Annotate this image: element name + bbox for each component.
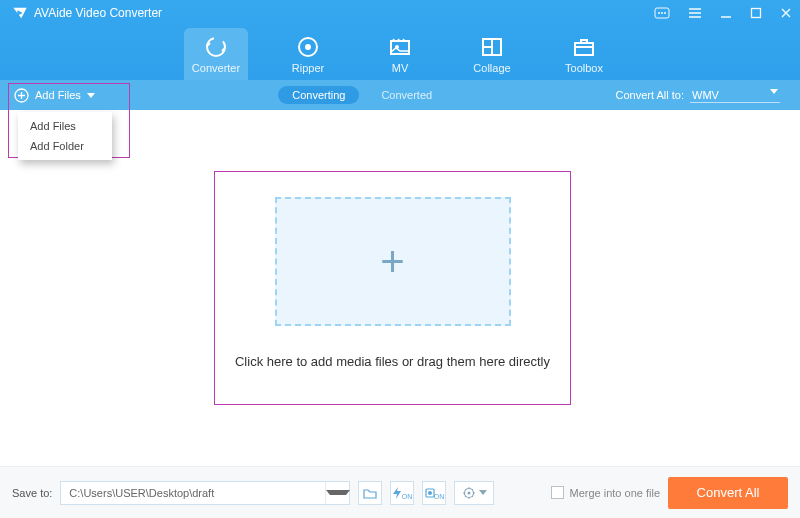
nav-converter[interactable]: Converter	[184, 28, 248, 80]
add-files-label: Add Files	[35, 89, 81, 101]
svg-point-5	[207, 38, 225, 56]
svg-point-16	[467, 491, 470, 494]
nav-label: Collage	[473, 62, 510, 74]
collage-icon	[480, 35, 504, 59]
drop-zone-inner[interactable]: +	[275, 197, 511, 326]
nav-label: Converter	[192, 62, 240, 74]
save-to-label: Save to:	[12, 487, 52, 499]
save-path: C:\Users\USER\Desktop\draft	[61, 487, 325, 499]
nav-mv[interactable]: MV	[368, 28, 432, 80]
add-files-button[interactable]: Add Files	[0, 88, 109, 103]
nav-label: Ripper	[292, 62, 324, 74]
gpu-button[interactable]: ON	[422, 481, 446, 505]
save-path-box: C:\Users\USER\Desktop\draft	[60, 481, 350, 505]
converter-icon	[204, 35, 228, 59]
settings-button[interactable]	[454, 481, 494, 505]
close-icon[interactable]	[780, 7, 792, 19]
svg-point-1	[658, 12, 660, 14]
mv-icon	[388, 35, 412, 59]
merge-label: Merge into one file	[570, 487, 661, 499]
titlebar: AVAide Video Converter	[0, 0, 800, 24]
svg-point-2	[661, 12, 663, 14]
nav-ripper[interactable]: Ripper	[276, 28, 340, 80]
svg-point-14	[428, 491, 432, 495]
tab-converting[interactable]: Converting	[278, 86, 359, 104]
svg-rect-11	[575, 43, 593, 55]
merge-checkbox[interactable]: Merge into one file	[551, 486, 661, 499]
app-logo-icon	[12, 6, 28, 20]
svg-rect-8	[391, 41, 409, 54]
convert-all-format[interactable]: Convert All to: WMV	[616, 88, 800, 103]
chevron-down-icon	[770, 89, 778, 94]
tab-converted[interactable]: Converted	[367, 86, 446, 104]
minimize-icon[interactable]	[720, 7, 732, 19]
nav-label: MV	[392, 62, 409, 74]
plus-circle-icon	[14, 88, 29, 103]
dropdown-add-files[interactable]: Add Files	[18, 116, 112, 136]
drop-hint: Click here to add media files or drag th…	[235, 354, 550, 369]
feedback-icon[interactable]	[654, 7, 670, 19]
svg-point-7	[305, 44, 311, 50]
svg-point-3	[664, 12, 666, 14]
gear-icon	[462, 486, 476, 500]
speed-button[interactable]: ON	[390, 481, 414, 505]
menu-icon[interactable]	[688, 7, 702, 19]
open-folder-button[interactable]	[358, 481, 382, 505]
chevron-down-icon	[326, 490, 350, 495]
add-files-dropdown: Add Files Add Folder	[18, 112, 112, 160]
nav-label: Toolbox	[565, 62, 603, 74]
maximize-icon[interactable]	[750, 7, 762, 19]
chevron-down-icon	[87, 93, 95, 98]
convert-all-button[interactable]: Convert All	[668, 477, 788, 509]
app-title: AVAide Video Converter	[34, 6, 654, 20]
folder-icon	[363, 487, 377, 499]
dropdown-add-folder[interactable]: Add Folder	[18, 136, 112, 156]
nav-collage[interactable]: Collage	[460, 28, 524, 80]
path-dropdown[interactable]	[325, 482, 349, 504]
convert-all-label: Convert All to:	[616, 89, 684, 101]
plus-icon: +	[380, 238, 405, 286]
main-nav: Converter Ripper MV Collage Toolbox	[0, 24, 800, 80]
main-stage: Add Files Add Folder + Click here to add…	[0, 110, 800, 466]
svg-rect-4	[752, 9, 761, 18]
chevron-down-icon	[479, 490, 487, 495]
checkbox-icon	[551, 486, 564, 499]
selected-format: WMV	[692, 89, 719, 101]
ripper-icon	[296, 35, 320, 59]
toolbox-icon	[572, 35, 596, 59]
nav-toolbox[interactable]: Toolbox	[552, 28, 616, 80]
drop-zone[interactable]: + Click here to add media files or drag …	[214, 171, 571, 405]
